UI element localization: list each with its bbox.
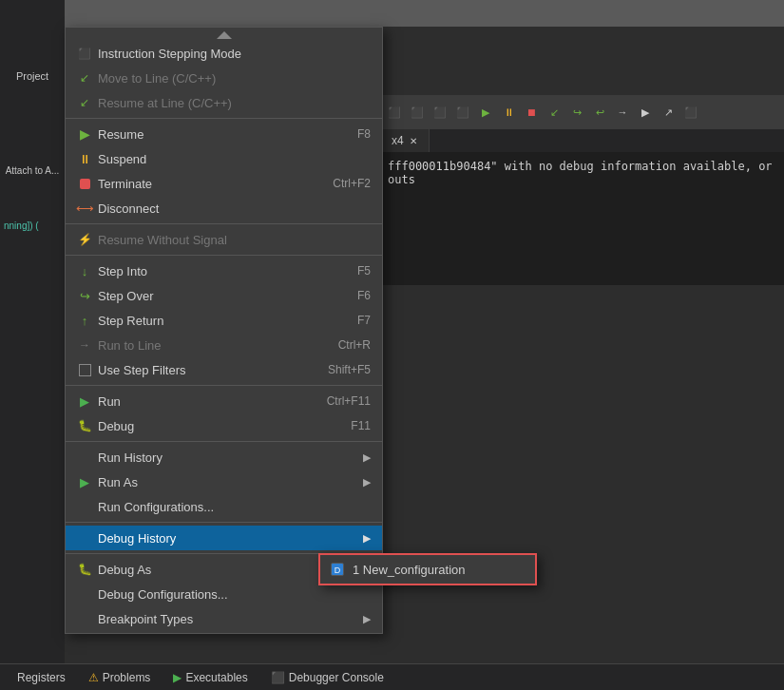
menu-item-step-return[interactable]: ↑Step ReturnF7 [66, 308, 382, 333]
menu-item-run[interactable]: ▶RunCtrl+F11 [66, 389, 382, 413]
icon-debug-history [77, 530, 92, 546]
toolbar-btn-play[interactable]: ▶ [475, 102, 496, 123]
icon-step-over: ↪ [77, 288, 92, 303]
running-label: nning]) ( [0, 219, 65, 233]
shortcut-resume: F8 [357, 127, 371, 141]
toolbar-btn-8[interactable]: ↗ [658, 102, 679, 123]
checkbox-use-step-filters [77, 362, 92, 377]
toolbar-btn-4[interactable]: ⬛ [452, 102, 473, 123]
toolbar-btn-step-return[interactable]: ↩ [589, 102, 610, 123]
icon-resume-at-line: ↙ [77, 95, 92, 110]
status-tab-problems[interactable]: ⚠Problems [79, 669, 161, 686]
shortcut-run: Ctrl+F11 [327, 394, 371, 408]
menu-item-debug-history[interactable]: Debug History▶ [66, 526, 382, 550]
label-resume-without-signal: Resume Without Signal [98, 233, 371, 247]
icon-terminate [77, 176, 92, 191]
label-run-configurations: Run Configurations... [98, 500, 371, 514]
shortcut-step-into: F5 [357, 264, 371, 278]
toolbar-btn-1[interactable]: ⬛ [384, 102, 405, 123]
label-terminate: Terminate [98, 177, 314, 191]
label-move-to-line: Move to Line (C/C++) [98, 71, 371, 86]
debug-history-submenu: D 1 New_configuration [318, 553, 537, 585]
menu-item-run-to-line: →Run to LineCtrl+R [66, 333, 382, 357]
menu-item-run-history[interactable]: Run History▶ [66, 445, 382, 470]
status-tab-executables[interactable]: ▶Executables [163, 669, 257, 686]
menu-item-step-into[interactable]: ↓Step IntoF5 [66, 259, 382, 283]
label-suspend: Suspend [98, 152, 371, 166]
separator-after-resume-at-line [66, 118, 382, 119]
submenu-label-new-configuration: 1 New_configuration [353, 563, 466, 577]
menu-item-step-over[interactable]: ↪Step OverF6 [66, 283, 382, 308]
menu-item-resume[interactable]: ▶ResumeF8 [66, 122, 382, 146]
status-tab-registers[interactable]: Registers [8, 669, 75, 686]
warning-icon: ⚠ [88, 671, 99, 684]
label-run: Run [98, 394, 308, 409]
arrow-run-history: ▶ [363, 451, 371, 464]
label-run-to-line: Run to Line [98, 338, 319, 353]
toolbar-btn-step-over[interactable]: ↪ [566, 102, 587, 123]
separator-after-resume-without-signal [66, 255, 382, 256]
status-tab-label-problems: Problems [103, 671, 151, 684]
submenu-icon-new-configuration: D [330, 562, 345, 577]
label-debug: Debug [98, 419, 332, 433]
label-step-into: Step Into [98, 264, 338, 278]
tab-bar: x4 ✕ [380, 129, 784, 152]
menu-item-suspend[interactable]: ⏸Suspend [66, 146, 382, 171]
console-icon: ⬛ [271, 671, 285, 684]
icon-disconnect: ⟷ [77, 201, 92, 216]
toolbar-area: ⬛ ⬛ ⬛ ⬛ ▶ ⏸ ⏹ ↙ ↪ ↩ → ▶ ↗ ⬛ [380, 95, 784, 129]
menu-item-use-step-filters[interactable]: Use Step FiltersShift+F5 [66, 357, 382, 382]
toolbar-btn-2[interactable]: ⬛ [407, 102, 428, 123]
play-icon: ▶ [173, 671, 182, 684]
label-disconnect: Disconnect [98, 201, 371, 216]
arrow-run-as: ▶ [363, 476, 371, 489]
icon-run-configurations [77, 499, 92, 514]
menu-item-disconnect[interactable]: ⟷Disconnect [66, 196, 382, 220]
label-step-return: Step Return [98, 314, 338, 328]
menu-item-debug[interactable]: 🐛DebugF11 [66, 413, 382, 438]
menu-item-run-as[interactable]: ▶Run As▶ [66, 470, 382, 494]
label-run-as: Run As [98, 475, 359, 489]
icon-run-to-line: → [77, 337, 92, 353]
top-bar [0, 0, 784, 27]
status-bar: Registers⚠Problems▶Executables⬛Debugger … [0, 663, 784, 690]
tab-label: x4 [392, 134, 404, 147]
shortcut-debug: F11 [351, 419, 371, 432]
menu-item-resume-without-signal: ⚡Resume Without Signal [66, 227, 382, 252]
icon-step-return: ↑ [77, 313, 92, 328]
status-tab-label-executables: Executables [185, 671, 247, 684]
menu-arrow-up [217, 31, 232, 39]
arrow-breakpoint-types: ▶ [363, 613, 371, 625]
tab-x4[interactable]: x4 ✕ [380, 129, 430, 152]
menu-item-run-configurations[interactable]: Run Configurations... [66, 494, 382, 519]
toolbar-btn-6[interactable]: → [612, 102, 633, 123]
label-resume: Resume [98, 127, 338, 142]
toolbar-btn-9[interactable]: ⬛ [680, 102, 701, 123]
separator-after-debug [66, 441, 382, 442]
arrow-debug-history: ▶ [363, 532, 371, 545]
tab-close-icon[interactable]: ✕ [410, 136, 417, 146]
toolbar-btn-pause[interactable]: ⏸ [498, 102, 519, 123]
separator-after-run-configurations [66, 522, 382, 523]
label-step-over: Step Over [98, 289, 338, 303]
status-tab-debugger-console[interactable]: ⬛Debugger Console [261, 669, 393, 686]
menu-item-instruction-stepping[interactable]: ⬛Instruction Stepping Mode [66, 41, 382, 66]
label-run-history: Run History [98, 450, 359, 465]
toolbar-btn-stop[interactable]: ⏹ [521, 102, 542, 123]
icon-move-to-line: ↙ [77, 70, 92, 86]
icon-resume: ▶ [77, 126, 92, 142]
toolbar-btn-3[interactable]: ⬛ [430, 102, 450, 123]
menu-item-resume-at-line: ↙Resume at Line (C/C++) [66, 90, 382, 115]
editor-line-1: fff000011b90484" with no debug informati… [388, 160, 773, 186]
icon-debug-configurations [77, 586, 92, 602]
attach-label: Attach to A... [0, 163, 65, 178]
icon-run-as: ▶ [77, 474, 92, 489]
menu-item-terminate[interactable]: TerminateCtrl+F2 [66, 171, 382, 196]
menu-item-breakpoint-types[interactable]: Breakpoint Types▶ [66, 606, 382, 631]
menu-item-move-to-line: ↙Move to Line (C/C++) [66, 66, 382, 90]
toolbar-btn-step-into[interactable]: ↙ [544, 102, 564, 123]
toolbar-btn-7[interactable]: ▶ [635, 102, 656, 123]
separator-after-disconnect [66, 223, 382, 224]
shortcut-step-return: F7 [357, 314, 371, 327]
submenu-item-new-configuration[interactable]: D 1 New_configuration [320, 557, 535, 582]
